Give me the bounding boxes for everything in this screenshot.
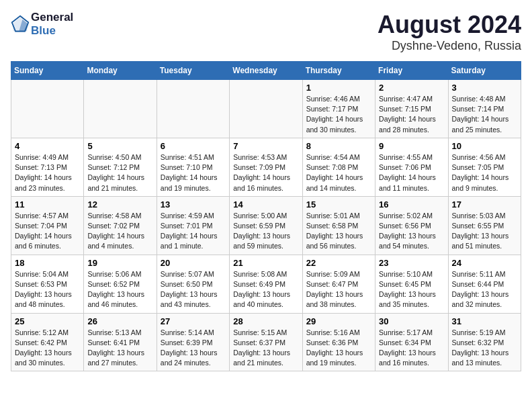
day-number: 6 <box>161 141 226 151</box>
main-title: August 2024 <box>378 11 521 39</box>
calendar-cell: 23Sunrise: 5:10 AM Sunset: 6:45 PM Dayli… <box>375 255 448 313</box>
logo-text: General Blue <box>31 11 73 37</box>
day-info: Sunrise: 5:11 AM Sunset: 6:44 PM Dayligh… <box>452 269 517 310</box>
calendar-cell: 10Sunrise: 4:56 AM Sunset: 7:05 PM Dayli… <box>448 138 521 196</box>
calendar-week-row: 11Sunrise: 4:57 AM Sunset: 7:04 PM Dayli… <box>11 196 521 255</box>
day-info: Sunrise: 5:19 AM Sunset: 6:32 PM Dayligh… <box>452 328 517 369</box>
calendar-cell: 4Sunrise: 4:49 AM Sunset: 7:13 PM Daylig… <box>11 138 84 196</box>
day-number: 24 <box>452 258 517 268</box>
calendar-cell: 13Sunrise: 4:59 AM Sunset: 7:01 PM Dayli… <box>157 196 229 255</box>
day-info: Sunrise: 5:15 AM Sunset: 6:37 PM Dayligh… <box>233 328 298 369</box>
calendar-cell: 1Sunrise: 4:46 AM Sunset: 7:17 PM Daylig… <box>302 80 375 138</box>
day-number: 15 <box>306 199 371 210</box>
day-info: Sunrise: 4:49 AM Sunset: 7:13 PM Dayligh… <box>15 152 80 193</box>
calendar-cell: 30Sunrise: 5:17 AM Sunset: 6:34 PM Dayli… <box>375 313 448 371</box>
calendar-cell: 15Sunrise: 5:01 AM Sunset: 6:58 PM Dayli… <box>302 196 375 255</box>
day-info: Sunrise: 5:10 AM Sunset: 6:45 PM Dayligh… <box>379 269 444 310</box>
day-number: 28 <box>233 316 298 326</box>
calendar-week-row: 1Sunrise: 4:46 AM Sunset: 7:17 PM Daylig… <box>11 80 521 138</box>
calendar-cell: 26Sunrise: 5:13 AM Sunset: 6:41 PM Dayli… <box>84 313 157 371</box>
calendar-table: SundayMondayTuesdayWednesdayThursdayFrid… <box>11 61 521 371</box>
day-number: 1 <box>306 83 371 93</box>
calendar-cell: 17Sunrise: 5:03 AM Sunset: 6:55 PM Dayli… <box>448 196 521 255</box>
day-info: Sunrise: 5:17 AM Sunset: 6:34 PM Dayligh… <box>379 328 444 369</box>
day-info: Sunrise: 4:56 AM Sunset: 7:05 PM Dayligh… <box>452 152 517 193</box>
calendar-cell: 25Sunrise: 5:12 AM Sunset: 6:42 PM Dayli… <box>11 313 84 371</box>
weekday-header: Tuesday <box>157 62 229 80</box>
calendar-cell: 5Sunrise: 4:50 AM Sunset: 7:12 PM Daylig… <box>84 138 157 196</box>
calendar-cell: 29Sunrise: 5:16 AM Sunset: 6:36 PM Dayli… <box>302 313 375 371</box>
day-number: 19 <box>87 258 152 268</box>
calendar-cell: 2Sunrise: 4:47 AM Sunset: 7:15 PM Daylig… <box>375 80 448 138</box>
calendar-cell: 18Sunrise: 5:04 AM Sunset: 6:53 PM Dayli… <box>11 255 84 313</box>
day-number: 16 <box>379 199 444 210</box>
day-number: 14 <box>233 199 298 210</box>
calendar-cell: 24Sunrise: 5:11 AM Sunset: 6:44 PM Dayli… <box>448 255 521 313</box>
calendar-cell <box>230 80 302 138</box>
day-number: 29 <box>306 316 371 326</box>
day-info: Sunrise: 5:16 AM Sunset: 6:36 PM Dayligh… <box>306 328 371 369</box>
day-number: 26 <box>87 316 152 326</box>
calendar-cell <box>84 80 157 138</box>
subtitle: Dyshne-Vedeno, Russia <box>378 39 521 53</box>
day-info: Sunrise: 5:07 AM Sunset: 6:50 PM Dayligh… <box>161 269 226 310</box>
day-number: 12 <box>87 199 152 210</box>
calendar-cell: 11Sunrise: 4:57 AM Sunset: 7:04 PM Dayli… <box>11 196 84 255</box>
day-number: 11 <box>15 199 80 210</box>
day-info: Sunrise: 4:55 AM Sunset: 7:06 PM Dayligh… <box>379 152 444 193</box>
day-info: Sunrise: 4:53 AM Sunset: 7:09 PM Dayligh… <box>233 152 298 193</box>
calendar-cell: 22Sunrise: 5:09 AM Sunset: 6:47 PM Dayli… <box>302 255 375 313</box>
day-info: Sunrise: 4:57 AM Sunset: 7:04 PM Dayligh… <box>15 211 80 252</box>
day-info: Sunrise: 5:00 AM Sunset: 6:59 PM Dayligh… <box>233 211 298 252</box>
day-number: 18 <box>15 258 80 268</box>
calendar-cell: 16Sunrise: 5:02 AM Sunset: 6:56 PM Dayli… <box>375 196 448 255</box>
day-number: 30 <box>379 316 444 326</box>
day-info: Sunrise: 4:51 AM Sunset: 7:10 PM Dayligh… <box>161 152 226 193</box>
calendar-cell: 6Sunrise: 4:51 AM Sunset: 7:10 PM Daylig… <box>157 138 229 196</box>
calendar-cell: 28Sunrise: 5:15 AM Sunset: 6:37 PM Dayli… <box>230 313 302 371</box>
day-number: 2 <box>379 83 444 93</box>
calendar-cell: 3Sunrise: 4:48 AM Sunset: 7:14 PM Daylig… <box>448 80 521 138</box>
day-info: Sunrise: 4:46 AM Sunset: 7:17 PM Dayligh… <box>306 94 371 135</box>
day-info: Sunrise: 4:50 AM Sunset: 7:12 PM Dayligh… <box>87 152 152 193</box>
day-info: Sunrise: 5:06 AM Sunset: 6:52 PM Dayligh… <box>87 269 152 310</box>
day-number: 4 <box>15 141 80 151</box>
day-info: Sunrise: 5:04 AM Sunset: 6:53 PM Dayligh… <box>15 269 80 310</box>
logo: General Blue <box>11 11 73 37</box>
header-row: SundayMondayTuesdayWednesdayThursdayFrid… <box>11 62 521 80</box>
day-number: 9 <box>379 141 444 151</box>
day-info: Sunrise: 5:02 AM Sunset: 6:56 PM Dayligh… <box>379 211 444 252</box>
calendar-cell <box>11 80 84 138</box>
day-info: Sunrise: 5:03 AM Sunset: 6:55 PM Dayligh… <box>452 211 517 252</box>
day-info: Sunrise: 4:58 AM Sunset: 7:02 PM Dayligh… <box>87 211 152 252</box>
day-number: 22 <box>306 258 371 268</box>
day-number: 13 <box>161 199 226 210</box>
calendar-cell: 14Sunrise: 5:00 AM Sunset: 6:59 PM Dayli… <box>230 196 302 255</box>
day-number: 5 <box>87 141 152 151</box>
weekday-header: Sunday <box>11 62 84 80</box>
calendar-cell: 12Sunrise: 4:58 AM Sunset: 7:02 PM Dayli… <box>84 196 157 255</box>
day-info: Sunrise: 5:14 AM Sunset: 6:39 PM Dayligh… <box>161 328 226 369</box>
calendar-cell: 20Sunrise: 5:07 AM Sunset: 6:50 PM Dayli… <box>157 255 229 313</box>
day-info: Sunrise: 5:09 AM Sunset: 6:47 PM Dayligh… <box>306 269 371 310</box>
weekday-header: Wednesday <box>230 62 302 80</box>
calendar-cell <box>157 80 229 138</box>
calendar-week-row: 18Sunrise: 5:04 AM Sunset: 6:53 PM Dayli… <box>11 255 521 313</box>
day-number: 17 <box>452 199 517 210</box>
day-number: 25 <box>15 316 80 326</box>
weekday-header: Monday <box>84 62 157 80</box>
day-number: 7 <box>233 141 298 151</box>
logo-line2: Blue <box>31 24 56 37</box>
weekday-header: Thursday <box>302 62 375 80</box>
calendar-cell: 27Sunrise: 5:14 AM Sunset: 6:39 PM Dayli… <box>157 313 229 371</box>
weekday-header: Saturday <box>448 62 521 80</box>
day-number: 31 <box>452 316 517 326</box>
calendar-cell: 21Sunrise: 5:08 AM Sunset: 6:49 PM Dayli… <box>230 255 302 313</box>
calendar-week-row: 25Sunrise: 5:12 AM Sunset: 6:42 PM Dayli… <box>11 313 521 371</box>
title-block: August 2024 Dyshne-Vedeno, Russia <box>378 11 521 53</box>
day-info: Sunrise: 5:13 AM Sunset: 6:41 PM Dayligh… <box>87 328 152 369</box>
day-info: Sunrise: 5:08 AM Sunset: 6:49 PM Dayligh… <box>233 269 298 310</box>
day-number: 20 <box>161 258 226 268</box>
day-info: Sunrise: 4:48 AM Sunset: 7:14 PM Dayligh… <box>452 94 517 135</box>
calendar-cell: 8Sunrise: 4:54 AM Sunset: 7:08 PM Daylig… <box>302 138 375 196</box>
